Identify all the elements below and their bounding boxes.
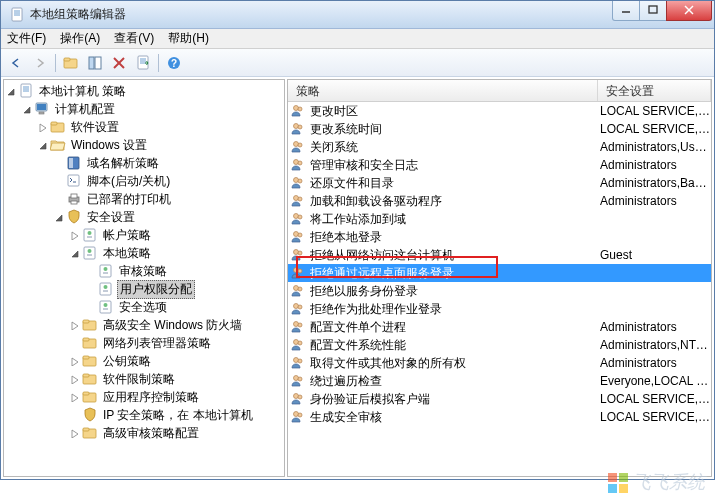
tree-node-windows-settings[interactable]: Windows 设置: [4, 136, 284, 154]
tree-node-software-restriction[interactable]: 软件限制策略: [4, 370, 284, 388]
menu-action[interactable]: 操作(A): [60, 30, 100, 47]
expand-icon[interactable]: [68, 354, 82, 368]
list-body[interactable]: 更改时区LOCAL SERVICE,Administrators更改系统时间LO…: [288, 102, 711, 476]
menu-file[interactable]: 文件(F): [7, 30, 46, 47]
show-hide-tree-button[interactable]: [84, 52, 106, 74]
policy-icon: [290, 229, 306, 245]
list-row[interactable]: 身份验证后模拟客户端LOCAL SERVICE,NETWORK SERVICE: [288, 390, 711, 408]
expand-icon: [68, 336, 82, 350]
tree-node-account-policies[interactable]: 帐户策略: [4, 226, 284, 244]
list-row[interactable]: 拒绝从网络访问这台计算机Guest: [288, 246, 711, 264]
tree-node-deployed-printers[interactable]: 已部署的打印机: [4, 190, 284, 208]
policy-icon: [290, 301, 306, 317]
policy-name: 拒绝通过远程桌面服务登录: [310, 265, 596, 282]
list-row[interactable]: 将工作站添加到域: [288, 210, 711, 228]
tree-node-advanced-firewall[interactable]: 高级安全 Windows 防火墙: [4, 316, 284, 334]
svg-text:?: ?: [171, 58, 177, 69]
list-row[interactable]: 绕过遍历检查Everyone,LOCAL SERVICE: [288, 372, 711, 390]
policy-icon: [290, 355, 306, 371]
computer-icon: [34, 101, 50, 117]
expand-icon[interactable]: [36, 138, 50, 152]
policy-icon: [98, 281, 114, 297]
maximize-button[interactable]: [639, 1, 667, 21]
folder-icon: [82, 353, 98, 369]
menu-view[interactable]: 查看(V): [114, 30, 154, 47]
policy-name: 管理审核和安全日志: [310, 157, 596, 174]
policy-icon: [290, 247, 306, 263]
up-button[interactable]: [60, 52, 82, 74]
tree-node-security-settings[interactable]: 安全设置: [4, 208, 284, 226]
tree-node-security-options[interactable]: 安全选项: [4, 298, 284, 316]
close-button[interactable]: [666, 1, 712, 21]
tree-label: 应用程序控制策略: [101, 389, 201, 406]
help-button[interactable]: ?: [163, 52, 185, 74]
forward-button[interactable]: [29, 52, 51, 74]
list-row[interactable]: 取得文件或其他对象的所有权Administrators: [288, 354, 711, 372]
expand-icon[interactable]: [68, 228, 82, 242]
window: 本地组策略编辑器 文件(F) 操作(A) 查看(V) 帮助(H) ? 本地计算机…: [0, 0, 715, 480]
tree-node-local-policies[interactable]: 本地策略: [4, 244, 284, 262]
expand-icon[interactable]: [52, 210, 66, 224]
expand-icon[interactable]: [68, 390, 82, 404]
tree-node-audit-policy[interactable]: 审核策略: [4, 262, 284, 280]
tree-node-computer-config[interactable]: 计算机配置: [4, 100, 284, 118]
expand-icon[interactable]: [20, 102, 34, 116]
menu-help[interactable]: 帮助(H): [168, 30, 209, 47]
expand-icon: [52, 174, 66, 188]
back-button[interactable]: [5, 52, 27, 74]
policy-name: 关闭系统: [310, 139, 596, 156]
list-row[interactable]: 拒绝本地登录: [288, 228, 711, 246]
expand-icon[interactable]: [4, 84, 18, 98]
tree-node-software-settings[interactable]: 软件设置: [4, 118, 284, 136]
tree-node-app-control-policies[interactable]: 应用程序控制策略: [4, 388, 284, 406]
window-title: 本地组策略编辑器: [30, 6, 613, 23]
tree-node-ip-security-policies[interactable]: IP 安全策略，在 本地计算机: [4, 406, 284, 424]
tree-node-name-resolution-policy[interactable]: 域名解析策略: [4, 154, 284, 172]
expand-icon[interactable]: [68, 426, 82, 440]
tree-node-network-list-manager[interactable]: 网络列表管理器策略: [4, 334, 284, 352]
folder-icon: [82, 335, 98, 351]
list-pane: 策略 安全设置 更改时区LOCAL SERVICE,Administrators…: [287, 79, 712, 477]
expand-icon[interactable]: [68, 318, 82, 332]
policy-icon: [290, 265, 306, 281]
titlebar[interactable]: 本地组策略编辑器: [1, 1, 714, 29]
policy-name: 取得文件或其他对象的所有权: [310, 355, 596, 372]
list-header: 策略 安全设置: [288, 80, 711, 102]
list-row[interactable]: 更改系统时间LOCAL SERVICE,Administrators: [288, 120, 711, 138]
policy-icon: [290, 211, 306, 227]
list-row[interactable]: 管理审核和安全日志Administrators: [288, 156, 711, 174]
tree-node-advanced-audit-policy[interactable]: 高级审核策略配置: [4, 424, 284, 442]
shield-icon: [66, 209, 82, 225]
list-row[interactable]: 生成安全审核LOCAL SERVICE,NETWORK SERVICE: [288, 408, 711, 426]
list-row[interactable]: 还原文件和目录Administrators,Backup Operators: [288, 174, 711, 192]
list-row[interactable]: 配置文件单个进程Administrators: [288, 318, 711, 336]
expand-icon[interactable]: [36, 120, 50, 134]
list-row[interactable]: 拒绝通过远程桌面服务登录: [288, 264, 711, 282]
list-row[interactable]: 拒绝作为批处理作业登录: [288, 300, 711, 318]
policy-name: 加载和卸载设备驱动程序: [310, 193, 596, 210]
svg-rect-25: [89, 57, 94, 69]
policy-name: 还原文件和目录: [310, 175, 596, 192]
list-row[interactable]: 更改时区LOCAL SERVICE,Administrators: [288, 102, 711, 120]
list-row[interactable]: 配置文件系统性能Administrators,NT SERVICE: [288, 336, 711, 354]
expand-icon[interactable]: [68, 372, 82, 386]
list-row[interactable]: 拒绝以服务身份登录: [288, 282, 711, 300]
tree-node-user-rights-assignment[interactable]: 用户权限分配: [4, 280, 284, 298]
tree-pane[interactable]: 本地计算机 策略计算机配置软件设置Windows 设置域名解析策略脚本(启动/关…: [3, 79, 285, 477]
policy-icon: [290, 319, 306, 335]
expand-icon[interactable]: [68, 246, 82, 260]
tree-node-scripts[interactable]: 脚本(启动/关机): [4, 172, 284, 190]
tree-node-root[interactable]: 本地计算机 策略: [4, 82, 284, 100]
column-policy[interactable]: 策略: [288, 80, 598, 101]
policy-icon: [290, 157, 306, 173]
folder-icon: [82, 371, 98, 387]
export-button[interactable]: [132, 52, 154, 74]
policy-name: 拒绝作为批处理作业登录: [310, 301, 596, 318]
column-security-setting[interactable]: 安全设置: [598, 80, 711, 101]
delete-button[interactable]: [108, 52, 130, 74]
tree-node-public-key-policies[interactable]: 公钥策略: [4, 352, 284, 370]
script-icon: [66, 173, 82, 189]
list-row[interactable]: 加载和卸载设备驱动程序Administrators: [288, 192, 711, 210]
minimize-button[interactable]: [612, 1, 640, 21]
list-row[interactable]: 关闭系统Administrators,Users: [288, 138, 711, 156]
